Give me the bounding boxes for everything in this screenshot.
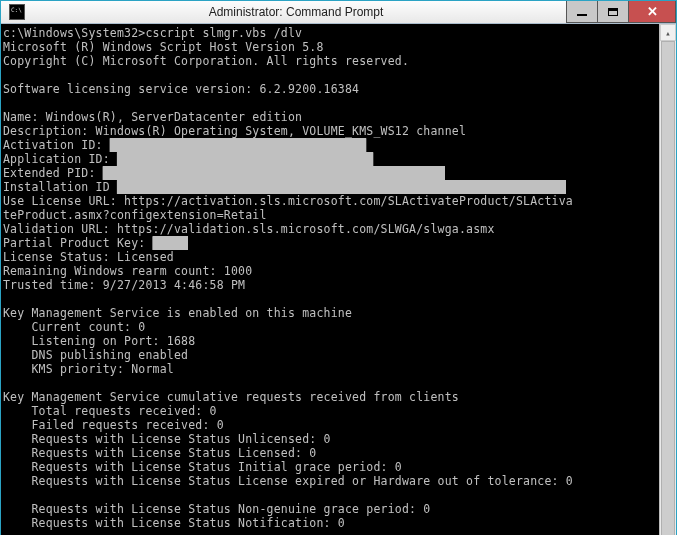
output-line: Use License URL: https://activation.sls.… — [3, 194, 573, 208]
output-line: Requests with License Status Licensed: 0 — [3, 446, 316, 460]
output-line: Failed requests received: 0 — [3, 418, 224, 432]
output-line: Validation URL: https://validation.sls.m… — [3, 222, 495, 236]
output-line: Requests with License Status Unlicensed:… — [3, 432, 331, 446]
maximize-button[interactable] — [597, 1, 629, 23]
output-line: Name: Windows(R), ServerDatacenter editi… — [3, 110, 302, 124]
output-line: Application ID: — [3, 152, 110, 166]
titlebar[interactable]: Administrator: Command Prompt ✕ — [1, 1, 676, 24]
output-line: Total requests received: 0 — [3, 404, 217, 418]
output-line: Requests with License Status Initial gra… — [3, 460, 402, 474]
output-line: Remaining Windows rearm count: 1000 — [3, 264, 252, 278]
output-line: Key Management Service cumulative reques… — [3, 390, 459, 404]
command-prompt-window: Administrator: Command Prompt ✕ c:\Windo… — [0, 0, 677, 535]
redacted-text: ████████████████████████████████████ — [110, 138, 366, 152]
window-title: Administrator: Command Prompt — [25, 5, 567, 19]
output-line: Installation ID — [3, 180, 110, 194]
output-line: Copyright (C) Microsoft Corporation. All… — [3, 54, 409, 68]
scroll-track[interactable] — [660, 41, 676, 535]
output-line: Trusted time: 9/27/2013 4:46:58 PM — [3, 278, 245, 292]
vertical-scrollbar[interactable]: ▴ ▾ — [659, 24, 676, 535]
redacted-text: ████████████████████████████████████ — [117, 152, 373, 166]
command-text: cscript slmgr.vbs /dlv — [145, 26, 302, 40]
output-line: KMS priority: Normal — [3, 362, 174, 376]
output-line: Listening on Port: 1688 — [3, 334, 195, 348]
window-controls: ✕ — [567, 1, 676, 23]
output-line: License Status: Licensed — [3, 250, 174, 264]
redacted-text: ████████████████████████████████████████… — [117, 180, 566, 194]
scroll-thumb[interactable] — [661, 41, 675, 535]
prompt: c:\Windows\System32> — [3, 26, 145, 40]
output-line: Extended PID: — [3, 166, 96, 180]
cmd-icon — [9, 4, 25, 20]
output-line: Requests with License Status Non-genuine… — [3, 502, 430, 516]
console-output[interactable]: c:\Windows\System32>cscript slmgr.vbs /d… — [1, 24, 659, 535]
minimize-button[interactable] — [566, 1, 598, 23]
output-line: Activation ID: — [3, 138, 103, 152]
output-line: Partial Product Key: — [3, 236, 145, 250]
output-line: DNS publishing enabled — [3, 348, 188, 362]
redacted-text: █ ████ █████████████████████████████████… — [103, 166, 445, 180]
output-line: teProduct.asmx?configextension=Retail — [3, 208, 267, 222]
console-area: c:\Windows\System32>cscript slmgr.vbs /d… — [1, 24, 676, 535]
output-line: Requests with License Status Notificatio… — [3, 516, 345, 530]
output-line: Requests with License Status License exp… — [3, 474, 573, 488]
close-button[interactable]: ✕ — [628, 1, 676, 23]
scroll-up-button[interactable]: ▴ — [660, 24, 676, 41]
output-line: Microsoft (R) Windows Script Host Versio… — [3, 40, 324, 54]
output-line: Description: Windows(R) Operating System… — [3, 124, 466, 138]
output-line: Key Management Service is enabled on thi… — [3, 306, 352, 320]
redacted-text: █████ — [153, 236, 189, 250]
output-line: Current count: 0 — [3, 320, 145, 334]
output-line: Software licensing service version: 6.2.… — [3, 82, 359, 96]
